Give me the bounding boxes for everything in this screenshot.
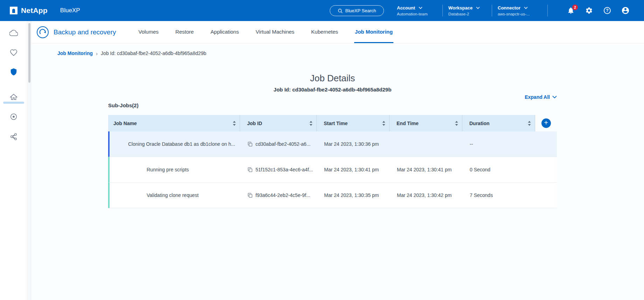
column-header-job-name[interactable]: Job Name	[108, 115, 240, 131]
breadcrumb: Job Monitoring › Job Id: cd30abaf-fbe2-4…	[57, 50, 644, 56]
sidebar-item-discovery[interactable]	[9, 112, 18, 121]
sort-icon[interactable]	[527, 121, 531, 126]
top-bar: NetApp BlueXP BlueXP Search Account Auto…	[0, 0, 644, 21]
chevron-down-icon	[476, 7, 480, 9]
share-network-icon	[10, 133, 18, 141]
job-id-cell: cd30abaf-fbe2-4052-a6...	[240, 131, 317, 157]
app-header: Backup and recovery Volumes Restore Appl…	[31, 21, 644, 43]
sidebar-item-network[interactable]	[9, 132, 18, 141]
health-icon	[10, 49, 18, 56]
vertical-scrollbar	[28, 21, 31, 300]
product-name: BlueXP	[60, 7, 80, 14]
copy-icon[interactable]	[247, 142, 253, 147]
tab-kubernetes[interactable]: Kubernetes	[310, 21, 339, 43]
sort-icon[interactable]	[232, 121, 236, 126]
job-id-value: cd30abaf-fbe2-4052-a6...	[255, 141, 310, 147]
backup-recovery-logo-icon	[36, 26, 49, 39]
brand-name: NetApp	[21, 6, 48, 15]
account-menu-label: Account	[397, 5, 415, 11]
start-time-cell: Mar 24 2023, 1:30:41 pm	[317, 157, 390, 182]
account-menu-value: Automation-team	[397, 12, 438, 16]
help-icon[interactable]: ?	[603, 6, 611, 15]
breadcrumb-current: Job Id: cd30abaf-fbe2-4052-a6db-4bf965a8…	[101, 50, 206, 56]
user-account-icon[interactable]	[621, 6, 630, 15]
job-details-section: Job Details Job Id: cd30abaf-fbe2-4052-a…	[108, 73, 557, 208]
expand-all-label: Expand All	[525, 94, 550, 100]
top-menus: Account Automation-team Workspace Databa…	[391, 0, 548, 21]
account-menu[interactable]: Account Automation-team	[391, 5, 442, 16]
subjobs-table: Job Name Job ID Start Time	[108, 115, 557, 208]
expand-all-row: Expand All	[108, 94, 557, 101]
job-id-value: 51f152c1-853a-4ec6-a4f...	[255, 167, 313, 172]
column-header-start-time[interactable]: Start Time	[317, 115, 390, 131]
add-column-button[interactable]: +	[541, 118, 551, 128]
expand-all-button[interactable]: Expand All	[525, 94, 557, 100]
chevron-down-icon	[552, 96, 557, 98]
tab-virtual-machines[interactable]: Virtual Machines	[255, 21, 295, 43]
table-row-subjob[interactable]: Running pre scripts 51f152c1-853a-4ec6-a…	[108, 157, 557, 183]
duration-cell: --	[462, 131, 535, 157]
search-icon	[338, 8, 343, 13]
chevron-down-icon	[419, 7, 422, 9]
workspace-menu[interactable]: Workspace Database-2	[443, 5, 492, 16]
bluexp-search[interactable]: BlueXP Search	[330, 5, 384, 16]
start-time-cell: Mar 24 2023, 1:30:36 pm	[317, 131, 390, 157]
tab-bar: Volumes Restore Applications Virtual Mac…	[138, 21, 394, 43]
duration-cell: 0 Second	[462, 157, 535, 182]
job-name-cell: Cloning Oracle Database db1 as db1clone …	[110, 131, 240, 157]
table-row-parent-job[interactable]: Cloning Oracle Database db1 as db1clone …	[108, 131, 557, 157]
sort-icon[interactable]	[382, 121, 386, 126]
page-title: Backup and recovery	[54, 28, 116, 36]
start-time-cell: Mar 24 2023, 1:30:35 pm	[317, 183, 390, 208]
actions-cell	[535, 131, 557, 157]
discovery-icon	[10, 113, 18, 121]
end-time-cell	[390, 131, 462, 157]
tab-applications[interactable]: Applications	[210, 21, 240, 43]
search-label: BlueXP Search	[345, 8, 376, 13]
left-nav-sidebar	[0, 21, 27, 300]
column-header-job-id[interactable]: Job ID	[240, 115, 317, 131]
sidebar-item-protection[interactable]	[9, 68, 18, 76]
connector-menu-label: Connector	[498, 5, 520, 11]
job-name-cell: Validating clone request	[110, 183, 240, 208]
top-icons: 2 ?	[567, 0, 630, 21]
copy-icon[interactable]	[247, 193, 253, 198]
job-id-subtitle: Job Id: cd30abaf-fbe2-4052-a6db-4bf965a8…	[108, 87, 557, 93]
breadcrumb-job-monitoring-link[interactable]: Job Monitoring	[57, 50, 93, 56]
connector-menu[interactable]: Connector aws-snapctr-us-...	[492, 5, 547, 16]
storage-cloud-icon	[9, 29, 18, 37]
job-id-cell: f93a6c44-2eb2-4c5e-9f...	[240, 183, 317, 208]
page-body: Job Monitoring › Job Id: cd30abaf-fbe2-4…	[31, 43, 644, 208]
scrollbar-thumb[interactable]	[28, 23, 30, 83]
sort-icon[interactable]	[309, 121, 313, 126]
sidebar-item-home[interactable]	[9, 93, 18, 101]
workspace-menu-label: Workspace	[448, 5, 472, 11]
job-details-title: Job Details	[108, 73, 557, 84]
end-time-cell: Mar 24 2023, 1:30:42 pm	[390, 183, 462, 208]
actions-cell	[535, 157, 557, 182]
table-header-row: Job Name Job ID Start Time	[108, 115, 557, 131]
column-header-end-time[interactable]: End Time	[390, 115, 462, 131]
copy-icon[interactable]	[247, 167, 253, 172]
end-time-cell: Mar 24 2023, 1:30:41 pm	[390, 157, 462, 182]
chevron-right-icon: ›	[96, 50, 98, 56]
settings-gear-icon[interactable]	[585, 6, 593, 15]
column-header-duration[interactable]: Duration	[462, 115, 535, 131]
netapp-logo[interactable]: NetApp	[10, 6, 48, 15]
tab-restore[interactable]: Restore	[175, 21, 195, 43]
divider	[547, 5, 548, 16]
table-row-subjob[interactable]: Validating clone request f93a6c44-2eb2-4…	[108, 183, 557, 208]
netapp-mark-icon	[10, 7, 18, 14]
protection-shield-icon	[10, 68, 18, 76]
active-nav-indicator	[3, 102, 24, 104]
sidebar-item-storage[interactable]	[9, 29, 18, 37]
connector-menu-value: aws-snapctr-us-...	[498, 12, 542, 16]
sidebar-item-health[interactable]	[9, 48, 18, 57]
job-name-cell: Running pre scripts	[110, 157, 240, 182]
main-content: Backup and recovery Volumes Restore Appl…	[31, 21, 644, 300]
notifications-bell-icon[interactable]: 2	[567, 6, 575, 15]
table-header-actions: +	[535, 115, 557, 131]
tab-job-monitoring[interactable]: Job Monitoring	[354, 21, 393, 43]
tab-volumes[interactable]: Volumes	[138, 21, 160, 43]
sort-icon[interactable]	[455, 121, 458, 126]
